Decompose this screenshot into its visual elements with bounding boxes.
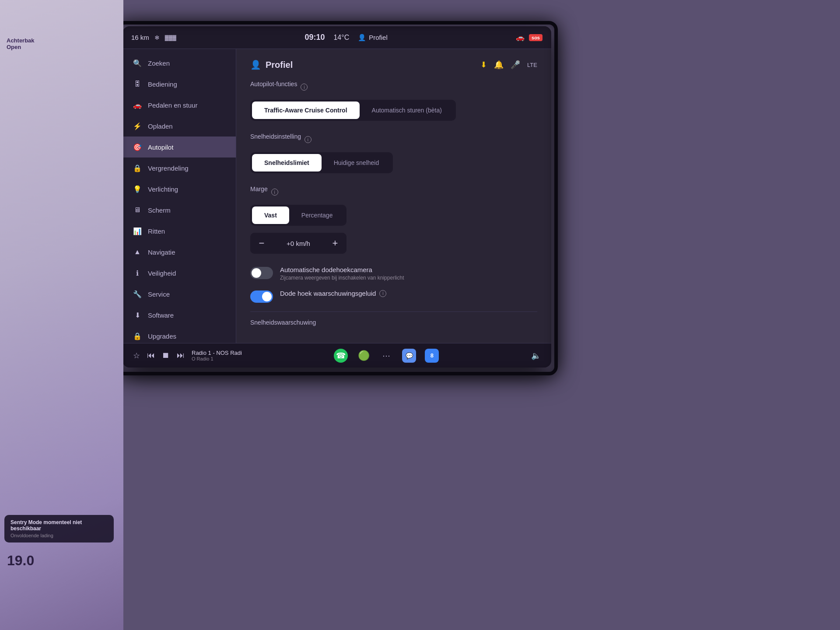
prev-track-icon[interactable]: ⏮ xyxy=(147,351,155,360)
marge-info-icon[interactable]: i xyxy=(271,189,278,196)
calendar-icon[interactable]: 8 xyxy=(425,349,439,363)
star-icon[interactable]: ☆ xyxy=(133,351,140,360)
sidebar: 🔍 Zoeken 🎛 Bediening 🚗 Pedalen en stuur … xyxy=(122,49,236,343)
light-icon: 💡 xyxy=(133,185,142,193)
autopilot-icon: 🎯 xyxy=(133,143,142,151)
navigation-icon: ▲ xyxy=(133,248,142,256)
snelheidslimiet-btn[interactable]: Snelheidslimiet xyxy=(252,154,322,172)
autopilot-functies-section: Autopilot-functies i Traffic-Aware Cruis… xyxy=(250,80,537,121)
taskbar: ☆ ⏮ ⏹ ⏭ Radio 1 - NOS Radi O Radio 1 ☎ 🟢… xyxy=(122,343,551,368)
sidebar-item-veiligheid[interactable]: ℹ Veiligheid xyxy=(122,262,236,284)
panel-title-text: Profiel xyxy=(266,60,293,70)
signal-header-icon: LTE xyxy=(527,62,537,68)
sidebar-item-service[interactable]: 🔧 Service xyxy=(122,284,236,304)
sidebar-label-veiligheid: Veiligheid xyxy=(148,270,176,277)
sentry-notification: Sentry Mode momenteel niet beschikbaar O… xyxy=(4,515,114,542)
upgrades-icon: 🔒 xyxy=(133,332,142,340)
sidebar-item-opladen[interactable]: ⚡ Opladen xyxy=(122,116,236,136)
download-header-icon[interactable]: ⬇ xyxy=(480,60,487,70)
signal-bars: ▓▓▓ xyxy=(165,35,176,41)
dode-hoek-label-group: Dode hoek waarschuwingsgeluid i xyxy=(280,290,386,297)
volume-icon[interactable]: 🔈 xyxy=(531,351,541,360)
phone-icon[interactable]: ☎ xyxy=(334,349,348,363)
sidebar-label-verlichting: Verlichting xyxy=(148,186,178,193)
search-icon: 🔍 xyxy=(133,59,142,67)
dode-hoek-track[interactable] xyxy=(250,290,273,303)
huidige-snelheid-btn[interactable]: Huidige snelheid xyxy=(322,154,392,172)
next-track-icon[interactable]: ⏭ xyxy=(177,351,185,360)
sidebar-item-vergrendeling[interactable]: 🔒 Vergrendeling xyxy=(122,158,236,178)
mic-header-icon[interactable]: 🎤 xyxy=(511,60,520,70)
snelheidsinstelling-toggle-group: Snelheidslimiet Huidige snelheid xyxy=(250,152,393,173)
dodehoekcamera-toggle[interactable] xyxy=(250,267,273,279)
sidebar-label-pedalen: Pedalen en stuur xyxy=(148,102,197,109)
speed-minus-btn[interactable]: − xyxy=(250,233,273,254)
percentage-btn[interactable]: Percentage xyxy=(289,206,345,224)
speed-plus-btn[interactable]: + xyxy=(324,233,346,254)
autopilot-functies-info-icon[interactable]: i xyxy=(301,84,308,91)
snelheidsinstelling-title: Snelheidsinstelling xyxy=(250,133,301,140)
traffic-aware-btn[interactable]: Traffic-Aware Cruise Control xyxy=(252,102,360,119)
status-time: 09:10 xyxy=(304,33,325,42)
autopilot-functies-title: Autopilot-functies xyxy=(250,80,297,88)
dodehoekcamera-thumb xyxy=(252,268,261,278)
panel-header: 👤 Profiel ⬇ 🔔 🎤 LTE xyxy=(250,60,537,70)
snelheidsinstelling-label-row: Snelheidsinstelling i xyxy=(250,133,537,146)
sidebar-item-navigatie[interactable]: ▲ Navigatie xyxy=(122,242,236,262)
status-profile[interactable]: 👤 Profiel xyxy=(358,34,388,42)
pedals-icon: 🚗 xyxy=(133,101,142,109)
autopilot-functies-toggle-group: Traffic-Aware Cruise Control Automatisch… xyxy=(250,100,456,121)
dode-hoek-toggle[interactable] xyxy=(250,290,273,303)
km-display: 19.0 xyxy=(7,553,34,569)
dodehoekcamera-sublabel: Zijcamera weergeven bij inschakelen van … xyxy=(280,275,404,281)
profile-icon: 👤 xyxy=(358,34,366,42)
dode-hoek-row: Dode hoek waarschuwingsgeluid i xyxy=(250,290,537,303)
dodehoekcamera-track[interactable] xyxy=(250,267,273,279)
dodehoekcamera-row: Automatische dodehoekcamera Zijcamera we… xyxy=(250,266,537,281)
sidebar-label-navigatie: Navigatie xyxy=(148,248,175,256)
screen-icon: 🖥 xyxy=(133,206,142,214)
sidebar-item-autopilot[interactable]: 🎯 Autopilot xyxy=(122,136,236,158)
sidebar-item-upgrades[interactable]: 🔒 Upgrades xyxy=(122,326,236,343)
sidebar-item-ritten[interactable]: 📊 Ritten xyxy=(122,220,236,242)
more-apps-icon[interactable]: ⋯ xyxy=(379,349,393,363)
snelheidsinstelling-section: Snelheidsinstelling i Snelheidslimiet Hu… xyxy=(250,133,537,173)
car-background-panel: Achterbak Open Sentry Mode momenteel nie… xyxy=(0,0,123,630)
snelheidsinstelling-info-icon[interactable]: i xyxy=(304,136,312,143)
dodehoekcamera-label: Automatische dodehoekcamera xyxy=(280,266,404,273)
vast-btn[interactable]: Vast xyxy=(252,206,289,224)
dode-hoek-info-icon[interactable]: i xyxy=(379,290,386,297)
speed-value-display: +0 km/h xyxy=(273,240,324,247)
sidebar-item-scherm[interactable]: 🖥 Scherm xyxy=(122,200,236,220)
status-bar: 16 km ❄ ▓▓▓ 09:10 14°C 👤 Profiel 🚗 sos xyxy=(122,26,551,49)
sidebar-label-zoeken: Zoeken xyxy=(148,60,170,67)
dodehoekcamera-label-group: Automatische dodehoekcamera Zijcamera we… xyxy=(280,266,404,281)
sidebar-item-pedalen[interactable]: 🚗 Pedalen en stuur xyxy=(122,94,236,116)
tesla-screen: 16 km ❄ ▓▓▓ 09:10 14°C 👤 Profiel 🚗 sos 🔍… xyxy=(122,26,551,368)
sentry-title: Sentry Mode momenteel niet beschikbaar xyxy=(10,519,108,532)
spotify-icon[interactable]: 🟢 xyxy=(357,349,371,363)
automatisch-sturen-btn[interactable]: Automatisch sturen (bèta) xyxy=(360,102,454,119)
panel-profile-icon: 👤 xyxy=(250,60,261,70)
sos-badge[interactable]: sos xyxy=(529,34,542,41)
status-km: 16 km xyxy=(131,34,149,41)
sidebar-item-verlichting[interactable]: 💡 Verlichting xyxy=(122,178,236,200)
bell-header-icon[interactable]: 🔔 xyxy=(494,60,504,70)
radio-sub: O Radio 1 xyxy=(192,356,242,361)
marge-title: Marge xyxy=(250,186,268,192)
achterbak-status: Open xyxy=(7,44,21,50)
stop-icon[interactable]: ⏹ xyxy=(162,351,170,360)
dode-hoek-label: Dode hoek waarschuwingsgeluid xyxy=(280,290,376,297)
sidebar-item-bediening[interactable]: 🎛 Bediening xyxy=(122,74,236,94)
bluetooth-icon: ❄ xyxy=(154,34,160,41)
sidebar-label-bediening: Bediening xyxy=(148,80,177,88)
sidebar-item-zoeken[interactable]: 🔍 Zoeken xyxy=(122,52,236,74)
messages-icon[interactable]: 💬 xyxy=(402,349,416,363)
status-temp: 14°C xyxy=(333,34,349,42)
lock-icon: 🔒 xyxy=(133,164,142,172)
marge-section: Marge i Vast Percentage − +0 km/h + xyxy=(250,186,537,254)
sidebar-label-upgrades: Upgrades xyxy=(148,332,176,340)
status-left: 16 km ❄ ▓▓▓ xyxy=(131,34,176,41)
sidebar-item-software[interactable]: ⬇ Software xyxy=(122,304,236,326)
panel-header-icons: ⬇ 🔔 🎤 LTE xyxy=(480,60,537,70)
